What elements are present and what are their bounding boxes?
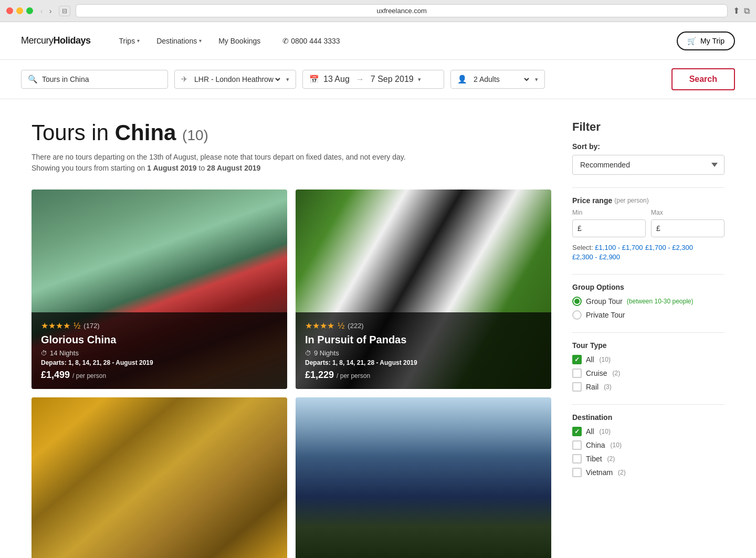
tour-type-all[interactable]: ✓ All (10) (572, 355, 724, 364)
tour-type-rail-label: Rail (586, 383, 598, 391)
dest-china[interactable]: China (10) (572, 440, 724, 450)
airport-field[interactable]: ✈ LHR - London Heathrow ▾ (174, 70, 296, 89)
airport-chevron: ▾ (286, 76, 289, 83)
review-count: (172) (83, 322, 99, 330)
browser-dots (6, 7, 33, 14)
review-count: (222) (348, 322, 363, 330)
tour-type-all-count: (10) (600, 356, 611, 363)
site-header: MercuryHolidays Trips ▾ Destinations ▾ M… (0, 22, 756, 60)
destination-section: Destination ✓ All (10) China (10) Tibet … (572, 413, 724, 477)
tour-type-cruise-checkbox[interactable] (572, 369, 582, 378)
tour-departs: Departs: 1, 8, 14, 21, 28 - August 2019 (41, 359, 278, 366)
group-tour-option[interactable]: Group Tour (between 10-30 people) (572, 297, 724, 306)
tour-card[interactable] (32, 397, 287, 558)
url-bar[interactable]: uxfreelance.com (76, 4, 728, 17)
dest-all[interactable]: ✓ All (10) (572, 427, 724, 436)
logo-text-2: Holidays (54, 35, 91, 46)
passengers-field[interactable]: 👤 2 Adults ▾ (450, 70, 545, 89)
dest-tibet-label: Tibet (586, 455, 602, 463)
sort-label: Sort by: (572, 142, 724, 151)
price-shortcut-1[interactable]: £1,100 - £1,700 (595, 244, 643, 251)
passengers-select[interactable]: 2 Adults (471, 75, 531, 84)
maximize-dot[interactable] (26, 7, 33, 14)
fullscreen-button[interactable]: ⧉ (744, 6, 750, 16)
price-shortcut-2[interactable]: £1,700 - £2,300 (645, 244, 693, 251)
share-button[interactable]: ⬆ (733, 6, 740, 16)
date-chevron: ▾ (418, 76, 421, 83)
price-range-label: Price range (572, 196, 612, 205)
search-bar: 🔍 ✈ LHR - London Heathrow ▾ 📅 13 Aug → 7… (0, 60, 756, 99)
check-icon: ✓ (574, 428, 580, 435)
clock-icon (305, 349, 311, 357)
group-options-section: Group Options Group Tour (between 10-30 … (572, 283, 724, 320)
tour-type-cruise[interactable]: Cruise (2) (572, 369, 724, 378)
filter-title: Filter (572, 120, 724, 134)
filter-divider-4 (572, 404, 724, 405)
price-min-label: Min (572, 209, 646, 216)
tour-info-overlay: ★★★★½ (222) In Pursuit of Pandas 9 Night… (296, 312, 551, 389)
site-logo[interactable]: MercuryHolidays (21, 35, 91, 46)
tour-nights: 14 Nights (41, 349, 278, 357)
group-tour-label: Group Tour (586, 297, 623, 306)
search-button[interactable]: Search (671, 68, 735, 90)
title-prefix: Tours in (32, 120, 115, 145)
tour-nights: 9 Nights (305, 349, 542, 357)
min-currency-symbol: £ (578, 224, 582, 233)
price-min-wrap: £ (572, 219, 646, 237)
result-count: (10) (182, 127, 208, 143)
pax-chevron: ▾ (535, 76, 538, 83)
tour-type-cruise-count: (2) (612, 370, 620, 377)
back-button[interactable]: ‹ (38, 6, 45, 16)
tour-type-rail[interactable]: Rail (3) (572, 382, 724, 392)
browser-chrome: ‹ › ⊟ uxfreelance.com ⬆ ⧉ (0, 0, 756, 22)
date-arrow: → (356, 75, 364, 84)
close-dot[interactable] (6, 7, 13, 14)
destination-input[interactable] (42, 75, 161, 83)
price-shortcut-3[interactable]: £2,300 - £2,900 (572, 253, 620, 261)
date-to: 7 Sep 2019 (371, 75, 414, 84)
check-icon: ✓ (574, 356, 580, 363)
calendar-icon: 📅 (309, 75, 319, 84)
tour-grid: ★★★★½ (172) Glorious China 14 Nights Dep… (32, 189, 551, 558)
date-field[interactable]: 📅 13 Aug → 7 Sep 2019 ▾ (302, 70, 444, 89)
my-trip-button[interactable]: My Trip (677, 31, 735, 50)
tour-type-rail-checkbox[interactable] (572, 382, 582, 392)
forward-button[interactable]: › (47, 6, 54, 16)
price-min-input[interactable] (572, 219, 646, 237)
tour-card[interactable] (296, 397, 551, 558)
sidebar-toggle[interactable]: ⊟ (59, 6, 70, 16)
half-star-icon: ½ (338, 321, 344, 331)
dest-all-checkbox[interactable]: ✓ (572, 427, 582, 436)
private-tour-option[interactable]: Private Tour (572, 310, 724, 320)
nav-my-bookings[interactable]: My Bookings (211, 33, 268, 49)
filter-divider-2 (572, 274, 724, 275)
star-icons: ★★★★ (305, 321, 334, 331)
tour-stars: ★★★★½ (172) (41, 321, 278, 331)
private-tour-radio[interactable] (572, 310, 582, 320)
dest-tibet[interactable]: Tibet (2) (572, 454, 724, 464)
select-label: Select: £1,100 - £1,700 £1,700 - £2,300 … (572, 243, 724, 261)
nav-trips[interactable]: Trips ▾ (112, 33, 148, 49)
price-max-input[interactable] (651, 219, 724, 237)
sort-select[interactable]: Recommended Price: Low to High Price: Hi… (572, 155, 724, 175)
dest-china-checkbox[interactable] (572, 440, 582, 450)
logo-text-1: Mercury (21, 35, 54, 46)
dest-vietnam[interactable]: Vietnam (2) (572, 468, 724, 477)
group-tour-radio[interactable] (572, 297, 582, 306)
minimize-dot[interactable] (16, 7, 23, 14)
title-bold: China (115, 120, 176, 145)
tour-card[interactable]: ★★★★½ (222) In Pursuit of Pandas 9 Night… (296, 189, 551, 389)
tour-type-all-checkbox[interactable]: ✓ (572, 355, 582, 364)
cart-icon (687, 37, 696, 45)
sort-section: Sort by: Recommended Price: Low to High … (572, 142, 724, 175)
airport-select[interactable]: LHR - London Heathrow (192, 75, 282, 84)
dest-vietnam-count: (2) (618, 469, 626, 476)
tour-type-rail-count: (3) (604, 383, 612, 391)
main-nav: Trips ▾ Destinations ▾ My Bookings ✆ 080… (112, 33, 677, 49)
destination-title: Destination (572, 413, 724, 422)
tour-card[interactable]: ★★★★½ (172) Glorious China 14 Nights Dep… (32, 189, 287, 389)
dest-tibet-checkbox[interactable] (572, 454, 582, 464)
nav-destinations[interactable]: Destinations ▾ (149, 33, 209, 49)
dest-vietnam-checkbox[interactable] (572, 468, 582, 477)
tour-price: £1,229 / per person (305, 370, 542, 381)
